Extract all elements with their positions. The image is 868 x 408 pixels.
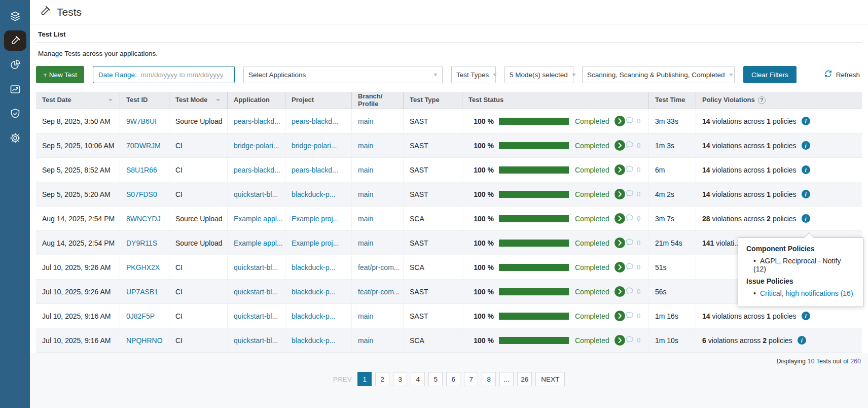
policy-info-icon[interactable]: i <box>802 214 810 223</box>
column-header-test-mode[interactable]: Test Mode <box>169 92 227 109</box>
application-link[interactable]: quickstart-bl... <box>234 288 278 296</box>
test-id-link[interactable]: 0J82F5P <box>126 312 155 320</box>
pagination-page-...[interactable]: ... <box>499 372 514 386</box>
test-id-link[interactable]: 9W7B6UI <box>126 117 157 125</box>
project-link[interactable]: blackduck-p... <box>292 190 335 198</box>
sidebar-item-layers[interactable] <box>4 6 26 26</box>
test-id-link[interactable]: S8U1R66 <box>126 166 157 174</box>
tooltip-policy-link[interactable]: Critical, high notifications (16) <box>753 289 855 297</box>
branch-link[interactable]: main <box>358 312 373 320</box>
pagination-page-7[interactable]: 7 <box>464 372 478 386</box>
open-test-button[interactable] <box>614 189 625 199</box>
application-link[interactable]: quickstart-bl... <box>234 336 278 345</box>
test-id-link[interactable]: DY9R11S <box>126 239 157 247</box>
pagination-page-8[interactable]: 8 <box>482 372 496 386</box>
pagination-page-1[interactable]: 1 <box>357 372 372 386</box>
project-link[interactable]: Example proj... <box>292 239 339 247</box>
branch-link[interactable]: main <box>358 166 373 174</box>
sidebar-item-settings[interactable] <box>4 128 26 148</box>
project-link[interactable]: Example proj... <box>292 215 339 223</box>
comments-indicator[interactable]: 0 <box>625 189 641 199</box>
open-test-button[interactable] <box>614 140 625 151</box>
comments-indicator[interactable]: 0 <box>625 286 641 297</box>
comments-indicator[interactable]: 0 <box>625 262 641 273</box>
comments-indicator[interactable]: 0 <box>625 237 641 248</box>
application-link[interactable]: pears-blackd... <box>234 166 280 174</box>
open-test-button[interactable] <box>614 164 625 175</box>
pagination-page-26[interactable]: 26 <box>517 372 532 386</box>
application-link[interactable]: Example appl... <box>234 215 283 223</box>
sidebar-item-security[interactable] <box>4 104 26 124</box>
test-id-link[interactable]: 70DWRJM <box>126 142 161 150</box>
pagination-page-3[interactable]: 3 <box>393 372 407 386</box>
project-link[interactable]: blackduck-p... <box>292 288 335 296</box>
policy-info-icon[interactable]: i <box>802 117 810 125</box>
application-link[interactable]: quickstart-bl... <box>234 312 278 320</box>
application-link[interactable]: bridge-polari... <box>234 142 279 150</box>
sort-caret-icon[interactable] <box>108 99 113 101</box>
status-select[interactable]: Scanning, Scanning & Publishing, Complet… <box>582 66 735 83</box>
policy-info-icon[interactable]: i <box>798 336 806 345</box>
comments-indicator[interactable]: 0 <box>625 140 641 151</box>
application-link[interactable]: Example appl... <box>234 239 283 247</box>
sidebar-item-trends[interactable] <box>4 79 26 99</box>
application-link[interactable]: quickstart-bl... <box>234 263 278 271</box>
test-id-link[interactable]: UP7ASB1 <box>126 288 158 296</box>
open-test-button[interactable] <box>614 116 625 126</box>
test-id-link[interactable]: 8WNCYDJ <box>126 215 161 223</box>
sidebar-item-tests[interactable] <box>4 30 26 51</box>
branch-link[interactable]: main <box>358 336 373 345</box>
comments-indicator[interactable]: 0 <box>625 116 641 126</box>
refresh-button[interactable]: Refresh <box>824 70 860 80</box>
policy-info-icon[interactable]: i <box>802 190 810 198</box>
comments-indicator[interactable]: 0 <box>625 311 641 321</box>
comments-indicator[interactable]: 0 <box>625 335 641 346</box>
pagination-page-4[interactable]: 4 <box>411 372 425 386</box>
project-link[interactable]: bridge-polari... <box>292 142 337 150</box>
pagination-prev[interactable]: PREV <box>333 376 352 383</box>
open-test-button[interactable] <box>614 286 625 297</box>
application-link[interactable]: pears-blackd... <box>234 117 280 125</box>
branch-link[interactable]: main <box>358 117 373 125</box>
test-types-select[interactable]: Test Types <box>451 66 496 83</box>
project-link[interactable]: pears-blackd... <box>292 117 338 125</box>
project-link[interactable]: blackduck-p... <box>292 312 335 320</box>
applications-select[interactable]: Select Applications <box>243 66 443 83</box>
branch-link[interactable]: main <box>358 190 373 198</box>
branch-link[interactable]: main <box>358 239 373 247</box>
branch-link[interactable]: feat/pr-com... <box>358 263 400 271</box>
project-link[interactable]: pears-blackd... <box>292 166 338 174</box>
date-range-field[interactable]: Date Range: <box>93 66 235 83</box>
clear-filters-button[interactable]: Clear Filters <box>743 66 797 83</box>
help-icon[interactable]: ? <box>758 96 766 104</box>
project-link[interactable]: blackduck-p... <box>292 336 335 345</box>
open-test-button[interactable] <box>614 335 625 346</box>
policy-info-icon[interactable]: i <box>802 141 810 150</box>
comments-indicator[interactable]: 0 <box>625 164 641 175</box>
modes-select[interactable]: 5 Mode(s) selected <box>504 66 573 83</box>
open-test-button[interactable] <box>614 237 625 248</box>
date-range-input[interactable] <box>140 71 232 79</box>
open-test-button[interactable] <box>614 213 625 224</box>
comments-indicator[interactable]: 0 <box>625 213 641 224</box>
pagination-page-6[interactable]: 6 <box>446 372 460 386</box>
test-id-link[interactable]: NPQHRNO <box>126 336 163 345</box>
column-header-test-date[interactable]: Test Date <box>36 92 120 109</box>
application-link[interactable]: quickstart-bl... <box>234 190 278 198</box>
test-id-link[interactable]: PKGHX2X <box>126 263 160 271</box>
test-id-link[interactable]: S07FDS0 <box>126 190 157 198</box>
new-test-button[interactable]: + New Test <box>36 66 84 83</box>
project-link[interactable]: blackduck-p... <box>292 263 335 271</box>
open-test-button[interactable] <box>614 262 625 273</box>
policy-info-icon[interactable]: i <box>802 312 810 320</box>
open-test-button[interactable] <box>614 311 625 321</box>
sort-caret-icon[interactable] <box>216 99 220 101</box>
pagination-page-2[interactable]: 2 <box>375 372 389 386</box>
pagination-page-5[interactable]: 5 <box>428 372 443 386</box>
branch-link[interactable]: main <box>358 142 373 150</box>
branch-link[interactable]: feat/pr-com... <box>358 288 400 296</box>
policy-info-icon[interactable]: i <box>802 165 810 174</box>
sidebar-item-reports[interactable] <box>4 55 26 75</box>
pagination-next[interactable]: NEXT <box>535 372 565 386</box>
branch-link[interactable]: main <box>358 215 373 223</box>
